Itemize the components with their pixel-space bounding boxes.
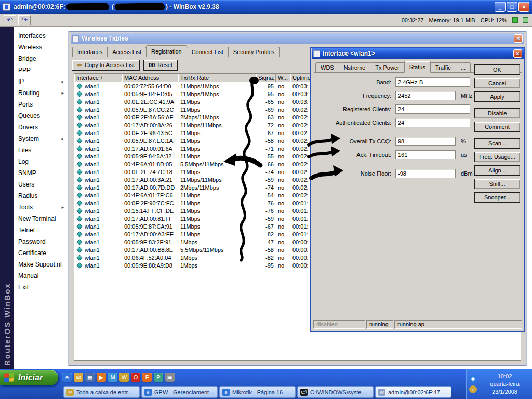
wireless-tables-titlebar[interactable]: Wireless Tables × <box>71 33 524 44</box>
row-wmm: no <box>276 161 290 167</box>
tab[interactable]: ... <box>456 62 471 72</box>
winamp-icon[interactable]: W <box>119 373 129 382</box>
close-button[interactable]: × <box>518 2 529 12</box>
sidebar-item-label: Make Supout.rif <box>18 261 64 268</box>
dialog-titlebar[interactable]: Interface <wlan1> × <box>312 48 524 59</box>
dialog-button[interactable]: Cancel <box>474 78 520 88</box>
tab[interactable]: Registration <box>146 45 187 57</box>
folder-icon[interactable]: ▣ <box>165 373 175 382</box>
dialog-button[interactable]: Align... <box>474 165 520 176</box>
column-header[interactable]: W... <box>276 74 290 82</box>
tab[interactable]: Security Profiles <box>228 47 280 57</box>
start-button[interactable]: Iniciar <box>0 370 58 385</box>
sidebar-item[interactable]: SNMP <box>14 167 68 179</box>
field-value[interactable]: 2.4GHz-B <box>395 77 470 87</box>
copy-to-access-list-button[interactable]: ⇐ Copy to Access List <box>72 60 140 71</box>
sidebar-item-label: Routing <box>18 89 61 97</box>
firefox-icon[interactable]: F <box>142 373 152 382</box>
sidebar-item[interactable]: Routing ▸ <box>14 87 68 99</box>
taskbar-window-button[interactable]: ✉ Toda a caixa de entr... <box>63 386 140 398</box>
dialog-button[interactable]: Comment <box>474 122 520 132</box>
taskbar-window-button[interactable]: e GPW - Gerenciament... <box>141 386 218 398</box>
sidebar-item[interactable]: Password <box>14 236 68 247</box>
sidebar-item[interactable]: System ▸ <box>14 133 68 144</box>
minimize-button[interactable]: _ <box>495 2 506 12</box>
sidebar-item[interactable]: Bridge <box>14 53 68 64</box>
tab[interactable]: Nstreme <box>339 62 371 72</box>
dialog-button[interactable]: Scan... <box>474 138 520 149</box>
sidebar-item[interactable]: Ports <box>14 99 68 110</box>
sidebar-item[interactable]: Interfaces <box>14 30 68 42</box>
dialog-button[interactable]: Disable <box>474 108 520 118</box>
show-desktop-icon[interactable]: ▦ <box>85 373 95 382</box>
row-signal: -69 <box>256 107 276 113</box>
tab[interactable]: WDS <box>315 62 339 72</box>
paint-icon[interactable]: P <box>154 373 163 382</box>
sidebar-item[interactable]: IP ▸ <box>14 76 68 87</box>
dialog-button[interactable]: Sniff... <box>474 179 520 189</box>
sidebar-item[interactable]: Tools ▸ <box>14 202 68 213</box>
sidebar-item[interactable]: Users <box>14 179 68 190</box>
column-header[interactable]: MAC Address <box>122 74 178 82</box>
sidebar-item[interactable]: PPP <box>14 64 68 76</box>
sidebar-item[interactable]: Radius <box>14 190 68 202</box>
messenger-icon[interactable]: M <box>108 373 117 382</box>
sidebar-item[interactable]: Manual <box>14 270 68 282</box>
tab[interactable]: Interfaces <box>72 47 108 57</box>
row-mac-address: 00:05:9E:84:5A:32 <box>122 153 178 159</box>
field-value[interactable]: 98 <box>395 137 456 146</box>
wireless-interface-icon <box>76 192 82 198</box>
taskbar-window-button[interactable]: W admin@00:02:6F:47... <box>375 386 451 398</box>
volume-icon[interactable]: ♪ <box>469 385 477 393</box>
field-value[interactable]: -98 <box>395 169 456 178</box>
row-signal: -59 <box>256 216 276 222</box>
field-value[interactable]: 24 <box>395 118 470 127</box>
close-icon[interactable]: × <box>514 34 523 43</box>
tab[interactable]: Traffic <box>430 62 456 72</box>
tab[interactable]: Connect List <box>187 47 229 57</box>
wireless-interface-icon <box>76 138 82 143</box>
ie-icon[interactable]: e <box>62 373 72 382</box>
undo-button[interactable]: ↶ <box>4 15 16 25</box>
dialog-button[interactable]: Apply <box>474 91 520 102</box>
outlook-icon[interactable]: ✉ <box>74 373 83 382</box>
close-icon[interactable]: × <box>513 49 522 58</box>
sidebar-item[interactable]: Exit <box>14 282 68 293</box>
column-header[interactable]: Signa... <box>256 74 276 82</box>
reset-button[interactable]: 00 Reset <box>143 60 178 71</box>
sidebar-item[interactable]: Log <box>14 156 68 167</box>
tab[interactable]: Access List <box>107 47 147 57</box>
clock[interactable]: 10:02 quarta-feira 23/1/2008 <box>481 373 529 396</box>
maximize-button[interactable]: □ <box>507 2 517 12</box>
sidebar-item[interactable]: Queues <box>14 110 68 122</box>
dialog-button[interactable]: Freq. Usage... <box>474 152 520 162</box>
dialog-button[interactable]: OK <box>474 64 520 75</box>
tab[interactable]: Tx Power <box>370 62 404 72</box>
opera-icon[interactable]: O <box>131 373 140 382</box>
taskbar-window-label: Mikrotik - Página 16 -... <box>232 389 291 395</box>
field-value[interactable]: 24 <box>395 104 470 114</box>
redo-button[interactable]: ↷ <box>18 15 31 25</box>
taskbar-window-button[interactable]: C:\ C:\WINDOWS\syste... <box>297 386 374 398</box>
row-signal: -95 <box>256 91 276 97</box>
field-value[interactable]: 161 <box>395 150 456 159</box>
network-icon[interactable]: ◉ <box>469 375 477 383</box>
row-tx-rx-rate: 11Mbps/1Mbps <box>178 83 256 89</box>
media-player-icon[interactable]: ▶ <box>97 373 106 382</box>
sidebar-item[interactable]: Files <box>14 144 68 156</box>
dialog-button[interactable]: Snooper... <box>474 192 520 203</box>
wireless-interface-icon <box>76 239 82 245</box>
column-header[interactable]: Tx/Rx Rate <box>178 74 256 82</box>
sidebar-item[interactable]: Telnet <box>14 224 68 236</box>
sidebar-item[interactable]: New Terminal <box>14 213 68 224</box>
sidebar-item[interactable]: Wireless <box>14 42 68 53</box>
column-header[interactable]: Interface / <box>74 74 122 82</box>
field-value[interactable]: 2452 <box>395 91 456 100</box>
taskbar-window-button[interactable]: e Mikrotik - Página 16 -... <box>219 386 296 398</box>
tab[interactable]: Status <box>404 61 431 73</box>
sidebar-item[interactable]: Make Supout.rif <box>14 259 68 270</box>
sidebar-item[interactable]: Certificate <box>14 247 68 259</box>
sidebar-item[interactable]: Drivers <box>14 122 68 133</box>
status-readout: 00:32:27 Memory: 19.1 MiB CPU: 12% <box>402 17 528 23</box>
row-wmm: no <box>276 130 290 136</box>
